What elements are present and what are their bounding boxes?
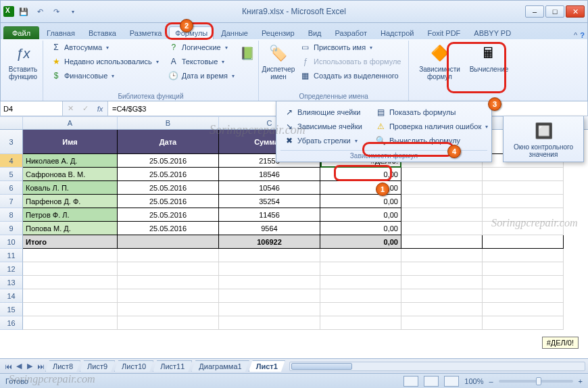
cell-sum[interactable]: 9564 [219, 222, 320, 235]
cell[interactable] [483, 181, 564, 195]
tab-nav-prev[interactable]: ◀ [14, 361, 24, 372]
cell[interactable] [401, 316, 483, 330]
define-name-button[interactable]: ▭Присвоить имя [297, 41, 405, 54]
cell-date[interactable]: 25.05.2016 [118, 154, 219, 168]
cell[interactable] [118, 303, 219, 316]
enter-formula-icon[interactable]: ✓ [78, 101, 93, 116]
formula-auditing-button[interactable]: 🔶 Зависимости формул [413, 41, 466, 82]
cell[interactable] [483, 289, 564, 303]
sheet-tab[interactable]: Лист10 [114, 360, 153, 372]
total-sum[interactable]: 106922 [219, 235, 320, 249]
select-all-corner[interactable] [0, 116, 23, 129]
tab-view[interactable]: Вид [302, 26, 328, 39]
tab-layout[interactable]: Разметка [124, 26, 168, 39]
tab-nav-last[interactable]: ⏭ [35, 361, 46, 372]
zoom-out-button[interactable]: – [489, 377, 493, 385]
show-formulas-button[interactable]: ▤Показать формулы [372, 105, 491, 119]
cell[interactable] [401, 303, 483, 316]
tab-developer[interactable]: Разработ [329, 26, 373, 39]
cell[interactable] [401, 249, 483, 262]
datetime-button[interactable]: 🕒Дата и время [165, 69, 238, 82]
cell[interactable] [219, 316, 320, 330]
cell[interactable] [118, 262, 219, 276]
cell[interactable] [320, 316, 401, 330]
cell[interactable] [118, 289, 219, 303]
view-normal-button[interactable] [403, 376, 418, 387]
cell[interactable] [401, 181, 483, 195]
zoom-slider[interactable] [499, 380, 573, 383]
cell[interactable] [219, 262, 320, 276]
tab-file[interactable]: Файл [3, 26, 39, 39]
cell[interactable] [401, 289, 483, 303]
view-pagebreak-button[interactable] [444, 376, 459, 387]
cell-date[interactable]: 25.05.2016 [118, 195, 219, 208]
cell[interactable] [483, 195, 564, 208]
more-functions-button[interactable]: 📗 [241, 41, 254, 66]
row-header-3[interactable]: 3 [0, 130, 23, 154]
cell-date[interactable]: 25.05.2016 [118, 181, 219, 195]
cell[interactable] [483, 235, 564, 249]
horizontal-scrollbar[interactable] [289, 362, 585, 371]
row-header-9[interactable]: 9 [0, 222, 23, 235]
row-header-11[interactable]: 11 [0, 249, 23, 262]
cell[interactable] [23, 262, 118, 276]
recently-used-button[interactable]: ★Недавно использовались [47, 55, 162, 68]
cell-sum[interactable]: 11456 [219, 208, 320, 222]
cell-name[interactable]: Попова М. Д. [23, 222, 118, 235]
cell-name[interactable]: Парфенов Д. Ф. [23, 195, 118, 208]
tab-foxit[interactable]: Foxit PDF [421, 26, 466, 39]
row-header-8[interactable]: 8 [0, 208, 23, 222]
sheet-tab-active[interactable]: Лист1 [249, 360, 285, 372]
help-icon[interactable]: ? [580, 31, 585, 39]
cell[interactable] [219, 249, 320, 262]
sheet-tab[interactable]: Диаграмма1 [191, 360, 249, 372]
use-in-formula-button[interactable]: ƒИспользовать в формуле [297, 55, 405, 68]
cell-sum[interactable]: 18546 [219, 168, 320, 181]
cell[interactable] [483, 276, 564, 289]
cell-sum[interactable]: 10546 [219, 181, 320, 195]
zoom-thumb[interactable] [536, 377, 541, 385]
cell[interactable] [483, 249, 564, 262]
maximize-button[interactable]: □ [545, 5, 564, 18]
tab-insert[interactable]: Вставка [82, 26, 122, 39]
cell-d[interactable]: 0,00 [320, 168, 401, 181]
total-label[interactable]: Итого [23, 235, 118, 249]
cell[interactable] [401, 168, 483, 181]
zoom-level[interactable]: 100% [464, 377, 483, 385]
undo-button[interactable]: ↶ [33, 5, 47, 18]
cell[interactable] [320, 249, 401, 262]
create-from-selection-button[interactable]: ▦Создать из выделенного [297, 69, 405, 82]
cell[interactable] [219, 289, 320, 303]
cell[interactable] [23, 289, 118, 303]
evaluate-formula-button[interactable]: 🔍Вычислить формулу [372, 134, 491, 147]
view-layout-button[interactable] [424, 376, 439, 387]
cell[interactable] [118, 276, 219, 289]
tab-nav-first[interactable]: ⏮ [3, 361, 14, 372]
cell[interactable] [219, 303, 320, 316]
cell[interactable] [23, 249, 118, 262]
zoom-in-button[interactable]: + [579, 377, 583, 385]
cell[interactable] [118, 316, 219, 330]
cell[interactable] [320, 303, 401, 316]
calculation-button[interactable]: 🖩 Вычисление [468, 41, 509, 75]
cell-name[interactable]: Коваль Л. П. [23, 181, 118, 195]
cancel-formula-icon[interactable]: ✕ [63, 101, 78, 116]
tab-data[interactable]: Данные [215, 26, 254, 39]
cell-d[interactable]: 0,00 [320, 222, 401, 235]
sheet-tab[interactable]: Лист9 [80, 360, 115, 372]
scroll-thumb[interactable] [291, 363, 352, 370]
cell[interactable] [401, 262, 483, 276]
cell-d[interactable]: 0,00 [320, 208, 401, 222]
cell[interactable] [401, 222, 483, 235]
insert-function-button[interactable]: ƒx Вставить функцию [7, 41, 39, 82]
trace-dependents-button[interactable]: ↘Зависимые ячейки [280, 120, 366, 133]
row-header-14[interactable]: 14 [0, 289, 23, 303]
fx-button[interactable]: fx [93, 101, 107, 116]
cell[interactable] [320, 262, 401, 276]
cell-d[interactable]: 0,00 [320, 195, 401, 208]
sheet-tab[interactable]: Лист11 [153, 360, 192, 372]
cell[interactable] [23, 276, 118, 289]
cell-name[interactable]: Петров Ф. Л. [23, 208, 118, 222]
tab-home[interactable]: Главная [41, 26, 81, 39]
cell[interactable] [23, 303, 118, 316]
